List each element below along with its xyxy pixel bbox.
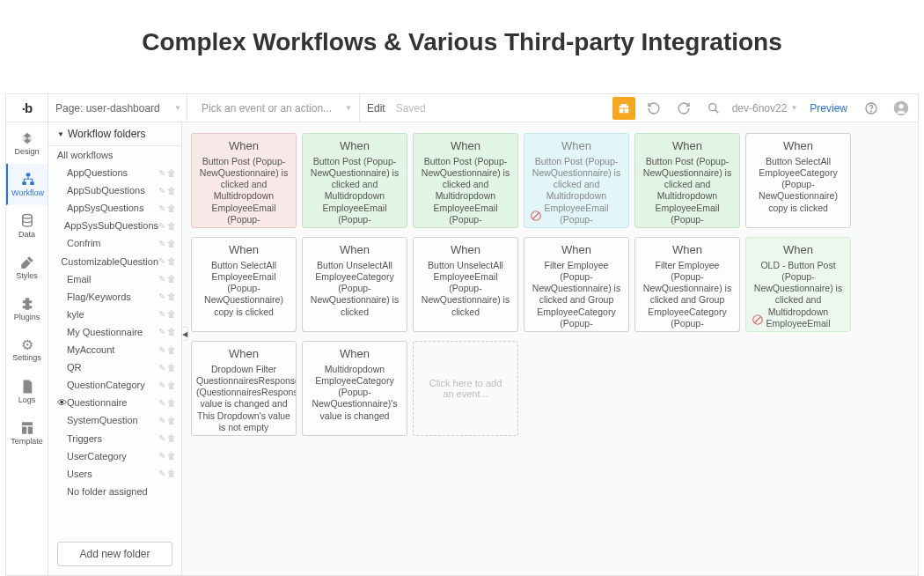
trash-icon[interactable]: 🗑 bbox=[167, 186, 176, 196]
pencil-icon[interactable]: ✎ bbox=[158, 309, 165, 319]
nav-design[interactable]: Design bbox=[6, 122, 48, 164]
trash-icon[interactable]: 🗑 bbox=[167, 256, 176, 266]
folder-item[interactable]: Flag/Keywords✎🗑 bbox=[48, 288, 181, 306]
folder-item[interactable]: Users✎🗑 bbox=[48, 465, 181, 483]
workflow-card[interactable]: WhenMultidropdown EmployeeCategory (Popu… bbox=[302, 341, 407, 436]
folder-item[interactable]: AppSysQuestions✎🗑 bbox=[48, 199, 181, 217]
pencil-icon[interactable]: ✎ bbox=[158, 398, 165, 408]
trash-icon[interactable]: 🗑 bbox=[167, 327, 176, 336]
workflow-card[interactable]: WhenButton Post (Popup-NewQuestionnaire)… bbox=[191, 133, 297, 228]
add-event-card[interactable]: Click here to add an event... bbox=[413, 341, 518, 436]
workflow-card[interactable]: WhenButton SelectAll EmployeeCategory (P… bbox=[745, 133, 851, 228]
card-description: OLD - Button Post (Popup-NewQuestionnair… bbox=[751, 260, 846, 332]
workflow-card[interactable]: WhenButton Post (Popup-NewQuestionnaire)… bbox=[302, 133, 407, 228]
trash-icon[interactable]: 🗑 bbox=[167, 345, 176, 355]
nav-data[interactable]: Data bbox=[6, 205, 48, 247]
pencil-icon[interactable]: ✎ bbox=[158, 221, 165, 231]
action-selector[interactable]: Pick an event or an action... ▼ bbox=[194, 94, 360, 122]
pencil-icon[interactable]: ✎ bbox=[158, 239, 165, 248]
pencil-icon[interactable]: ✎ bbox=[158, 380, 165, 390]
all-workflows-item[interactable]: All workflows bbox=[48, 146, 181, 164]
preview-link[interactable]: Preview bbox=[804, 102, 853, 114]
folder-item[interactable]: AppSysSubQuestions✎🗑 bbox=[48, 217, 181, 234]
pencil-icon[interactable]: ✎ bbox=[158, 469, 165, 478]
trash-icon[interactable]: 🗑 bbox=[167, 309, 176, 319]
pencil-icon[interactable]: ✎ bbox=[158, 186, 165, 196]
folder-name: AppSysQuestions bbox=[67, 203, 158, 213]
redo-icon[interactable] bbox=[672, 97, 695, 120]
folder-item[interactable]: No folder assigned bbox=[48, 483, 181, 500]
trash-icon[interactable]: 🗑 bbox=[167, 221, 176, 231]
workflow-card[interactable]: WhenButton UnselectAll EmployeeCategory … bbox=[302, 237, 407, 332]
nav-plugins[interactable]: Plugins bbox=[6, 288, 48, 329]
trash-icon[interactable]: 🗑 bbox=[167, 451, 176, 461]
gift-icon[interactable] bbox=[612, 97, 635, 120]
pencil-icon[interactable]: ✎ bbox=[158, 168, 165, 178]
folder-item[interactable]: CustomizableQuestion✎🗑 bbox=[48, 253, 181, 270]
folder-item[interactable]: QuestionCategory✎🗑 bbox=[48, 376, 181, 394]
folder-item[interactable]: AppQuestions✎🗑 bbox=[48, 164, 181, 181]
card-description: Button Post (Popup-NewQuestionnaire) is … bbox=[418, 156, 513, 228]
svg-point-9 bbox=[22, 214, 32, 218]
workflow-card[interactable]: WhenDropdown Filter QuestionnairesRespon… bbox=[191, 341, 297, 436]
pencil-icon[interactable]: ✎ bbox=[158, 363, 165, 373]
folder-item[interactable]: AppSubQuestions✎🗑 bbox=[48, 181, 181, 199]
sidebar-header[interactable]: ▼ Workflow folders bbox=[48, 122, 181, 146]
workflow-card[interactable]: WhenButton SelectAll EmployeeEmail (Popu… bbox=[191, 237, 297, 332]
add-folder-button[interactable]: Add new folder bbox=[57, 542, 172, 566]
folder-item[interactable]: Email✎🗑 bbox=[48, 270, 181, 288]
workflow-card[interactable]: WhenButton Post (Popup-NewQuestionnaire)… bbox=[524, 133, 629, 228]
folder-item[interactable]: MyAccount✎🗑 bbox=[48, 341, 181, 358]
trash-icon[interactable]: 🗑 bbox=[167, 292, 176, 301]
branch-selector[interactable]: dev-6nov22 ▼ bbox=[732, 102, 798, 114]
user-avatar-icon[interactable] bbox=[890, 97, 913, 120]
trash-icon[interactable]: 🗑 bbox=[167, 433, 176, 443]
pencil-icon[interactable]: ✎ bbox=[158, 274, 165, 284]
workflow-card[interactable]: WhenFilter Employee (Popup-NewQuestionna… bbox=[524, 237, 629, 332]
pencil-icon[interactable]: ✎ bbox=[158, 345, 165, 355]
trash-icon[interactable]: 🗑 bbox=[167, 469, 176, 478]
pencil-icon[interactable]: ✎ bbox=[158, 451, 165, 461]
trash-icon[interactable]: 🗑 bbox=[167, 398, 176, 408]
workflow-card[interactable]: WhenButton Post (Popup-NewQuestionnaire)… bbox=[634, 133, 740, 228]
workflow-card[interactable]: WhenFilter Employee (Popup-NewQuestionna… bbox=[634, 237, 740, 332]
folder-item[interactable]: kyle✎🗑 bbox=[48, 306, 181, 323]
trash-icon[interactable]: 🗑 bbox=[167, 380, 176, 390]
workflow-card[interactable]: WhenOLD - Button Post (Popup-NewQuestion… bbox=[745, 237, 851, 332]
trash-icon[interactable]: 🗑 bbox=[167, 203, 176, 213]
workflow-card[interactable]: WhenButton UnselectAll EmployeeEmail (Po… bbox=[413, 237, 518, 332]
pencil-icon[interactable]: ✎ bbox=[158, 327, 165, 336]
folder-item[interactable]: SystemQuestion✎🗑 bbox=[48, 411, 181, 429]
pencil-icon[interactable]: ✎ bbox=[158, 416, 165, 425]
folder-item[interactable]: UserCategory✎🗑 bbox=[48, 447, 181, 465]
nav-workflow[interactable]: Workflow bbox=[6, 164, 48, 205]
folder-name: UserCategory bbox=[67, 451, 158, 462]
nav-logs[interactable]: Logs bbox=[6, 371, 48, 412]
sidebar-collapse-handle[interactable]: ◀ bbox=[181, 327, 188, 341]
nav-styles-label: Styles bbox=[16, 271, 38, 280]
pencil-icon[interactable]: ✎ bbox=[158, 433, 165, 443]
trash-icon[interactable]: 🗑 bbox=[167, 416, 176, 425]
pencil-icon[interactable]: ✎ bbox=[158, 203, 165, 213]
trash-icon[interactable]: 🗑 bbox=[167, 274, 176, 284]
pencil-icon[interactable]: ✎ bbox=[158, 256, 165, 266]
saved-status: Saved bbox=[396, 102, 426, 114]
folder-sidebar: ▼ Workflow folders All workflows AppQues… bbox=[48, 122, 182, 575]
page-selector[interactable]: Page: user-dashboard ▼ bbox=[55, 94, 187, 122]
folder-item[interactable]: Confrim✎🗑 bbox=[48, 234, 181, 252]
pencil-icon[interactable]: ✎ bbox=[158, 292, 165, 301]
workflow-card[interactable]: WhenButton Post (Popup-NewQuestionnaire)… bbox=[413, 133, 518, 228]
trash-icon[interactable]: 🗑 bbox=[167, 239, 176, 248]
folder-item[interactable]: Triggers✎🗑 bbox=[48, 430, 181, 447]
folder-item[interactable]: QR✎🗑 bbox=[48, 358, 181, 376]
undo-icon[interactable] bbox=[642, 97, 665, 120]
help-icon[interactable] bbox=[860, 97, 883, 120]
folder-item[interactable]: 👁Questionnaire✎🗑 bbox=[48, 394, 181, 411]
folder-item[interactable]: My Questionnaire✎🗑 bbox=[48, 323, 181, 341]
nav-template[interactable]: Template bbox=[6, 412, 48, 454]
trash-icon[interactable]: 🗑 bbox=[167, 363, 176, 373]
nav-settings[interactable]: ⚙ Settings bbox=[6, 329, 48, 371]
trash-icon[interactable]: 🗑 bbox=[167, 168, 176, 178]
nav-styles[interactable]: Styles bbox=[6, 247, 48, 288]
search-icon[interactable] bbox=[702, 97, 725, 120]
